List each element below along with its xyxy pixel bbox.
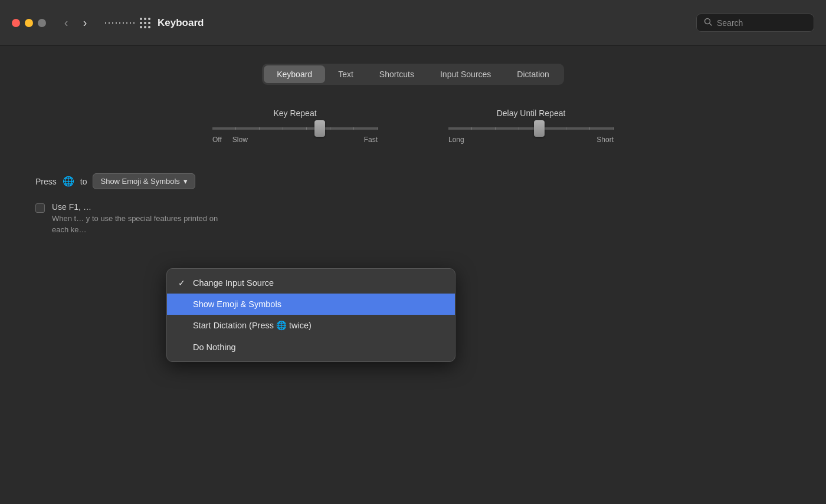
svg-point-6: [140, 26, 142, 28]
key-repeat-slow-label: Slow: [232, 136, 248, 144]
svg-line-10: [710, 24, 712, 26]
key-repeat-thumb[interactable]: [314, 120, 325, 137]
traffic-lights: [12, 19, 46, 27]
tab-input-sources[interactable]: Input Sources: [427, 65, 504, 83]
globe-icon-inline: 🌐: [276, 321, 287, 330]
forward-arrow[interactable]: ›: [77, 16, 93, 29]
key-repeat-off-label: Off: [212, 136, 222, 144]
dropdown-selected-label: Show Emoji & Symbols: [100, 177, 179, 186]
use-f1-checkbox[interactable]: [35, 203, 45, 213]
tabs-bar: Keyboard Text Shortcuts Input Sources Di…: [262, 64, 564, 85]
svg-point-7: [144, 26, 146, 28]
use-f1-subtext: When t… y to use the special features pr…: [52, 214, 218, 223]
delay-repeat-label: Delay Until Repeat: [497, 108, 566, 118]
maximize-button[interactable]: [38, 19, 46, 27]
nav-arrows: ‹ ›: [58, 16, 93, 29]
tab-dictation[interactable]: Dictation: [504, 65, 562, 83]
back-arrow[interactable]: ‹: [58, 16, 74, 29]
key-repeat-labels: Off Slow Fast: [212, 136, 378, 144]
use-f1-label: Use F1, …: [52, 202, 218, 212]
main-content: Keyboard Text Shortcuts Input Sources Di…: [0, 46, 826, 259]
svg-point-8: [148, 26, 150, 28]
key-repeat-label: Key Repeat: [273, 108, 316, 118]
titlebar: ‹ › ⋯⋯⋯ Keyboard: [0, 0, 826, 46]
press-globe-prefix: Press: [35, 177, 57, 186]
svg-point-2: [148, 18, 150, 20]
delay-repeat-long-label: Long: [448, 136, 464, 144]
svg-point-3: [140, 22, 142, 24]
tab-shortcuts[interactable]: Shortcuts: [366, 65, 427, 83]
dropdown-item-label: Do Nothing: [193, 342, 236, 352]
globe-icon: 🌐: [63, 176, 74, 187]
key-repeat-fast-label: Fast: [364, 136, 378, 144]
search-icon: [704, 18, 712, 28]
svg-point-4: [144, 22, 146, 24]
dropdown-menu: ✓ Change Input Source Show Emoji & Symbo…: [166, 268, 455, 362]
grid-icon[interactable]: ⋯⋯⋯: [104, 16, 152, 29]
search-input[interactable]: [717, 18, 807, 28]
dropdown-item-start-dictation[interactable]: Start Dictation (Press 🌐 twice): [167, 315, 455, 337]
dropdown-chevron-icon: ▾: [183, 177, 188, 186]
delay-repeat-labels: Long Short: [448, 136, 614, 144]
key-repeat-track: [212, 127, 378, 130]
sliders-row: Key Repeat Off Slow Fast Delay Until Rep…: [35, 108, 791, 144]
search-box[interactable]: [696, 14, 814, 32]
dropdown-item-do-nothing[interactable]: Do Nothing: [167, 337, 455, 358]
dropdown-item-label: Change Input Source: [193, 278, 274, 288]
delay-repeat-short-label: Short: [596, 136, 614, 144]
delay-repeat-group: Delay Until Repeat Long Short: [448, 108, 614, 144]
dropdown-item-label: Start Dictation (Press 🌐 twice): [193, 321, 312, 331]
window-title: Keyboard: [158, 17, 696, 29]
dropdown-item-label: Show Emoji & Symbols: [193, 299, 281, 309]
dropdown-item-change-input[interactable]: ✓ Change Input Source: [167, 272, 455, 294]
key-repeat-group: Key Repeat Off Slow Fast: [212, 108, 378, 144]
svg-point-1: [144, 18, 146, 20]
use-f1-text-block: Use F1, … When t… y to use the special f…: [52, 202, 218, 234]
use-f1-subtext2: each ke…: [52, 225, 218, 234]
delay-repeat-slider-container: Long Short: [448, 127, 614, 144]
press-globe-row: Press 🌐 to Show Emoji & Symbols ▾: [35, 173, 791, 189]
dropdown-item-show-emoji[interactable]: Show Emoji & Symbols: [167, 294, 455, 315]
press-globe-suffix: to: [80, 177, 87, 186]
delay-repeat-track: [448, 127, 614, 130]
close-button[interactable]: [12, 19, 20, 27]
tab-keyboard[interactable]: Keyboard: [264, 65, 325, 83]
use-f1-row: Use F1, … When t… y to use the special f…: [35, 202, 791, 234]
checkmark-icon: ✓: [176, 278, 187, 288]
key-repeat-slider-container: Off Slow Fast: [212, 127, 378, 144]
svg-point-0: [140, 18, 142, 20]
svg-point-5: [148, 22, 150, 24]
press-globe-dropdown[interactable]: Show Emoji & Symbols ▾: [93, 173, 195, 189]
delay-repeat-thumb[interactable]: [534, 120, 545, 137]
minimize-button[interactable]: [25, 19, 33, 27]
tab-text[interactable]: Text: [325, 65, 366, 83]
